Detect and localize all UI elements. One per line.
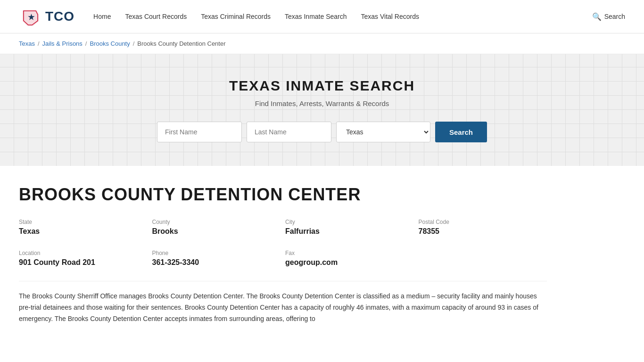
- first-name-input[interactable]: [157, 122, 242, 142]
- postal-label: Postal Code: [419, 219, 547, 225]
- city-value: Falfurrias: [285, 227, 414, 236]
- state-label: State: [19, 219, 148, 225]
- location-label: Location: [19, 250, 148, 256]
- fax-label: Fax: [285, 250, 414, 256]
- logo-text: TCO: [45, 9, 74, 24]
- postal-info: Postal Code 78355: [419, 219, 547, 236]
- hero-section: TEXAS INMATE SEARCH Find Inmates, Arrest…: [0, 54, 644, 166]
- breadcrumb-current: Brooks County Detention Center: [137, 40, 225, 47]
- breadcrumb: Texas / Jails & Prisons / Brooks County …: [0, 33, 644, 54]
- postal-value: 78355: [419, 227, 547, 236]
- breadcrumb-sep-2: /: [85, 40, 87, 47]
- nav-home[interactable]: Home: [93, 12, 111, 21]
- search-label: Search: [604, 13, 625, 20]
- last-name-input[interactable]: [247, 122, 331, 142]
- breadcrumb-sep-3: /: [133, 40, 135, 47]
- site-header: ★ TCO Home Texas Court Records Texas Cri…: [0, 0, 644, 33]
- breadcrumb-jails[interactable]: Jails & Prisons: [42, 40, 83, 47]
- phone-info: Phone 361-325-3340: [152, 250, 281, 267]
- main-nav: Home Texas Court Records Texas Criminal …: [93, 12, 625, 21]
- fax-info: Fax geogroup.com: [285, 250, 414, 267]
- nav-search[interactable]: 🔍 Search: [592, 12, 625, 21]
- facility-info-row2: Location 901 County Road 201 Phone 361-3…: [19, 250, 547, 267]
- phone-label: Phone: [152, 250, 281, 256]
- state-select[interactable]: Texas: [336, 122, 430, 142]
- main-content: BROOKS COUNTY DETENTION CENTER State Tex…: [0, 166, 566, 338]
- breadcrumb-texas[interactable]: Texas: [19, 40, 35, 47]
- breadcrumb-county[interactable]: Brooks County: [90, 40, 130, 47]
- state-value: Texas: [19, 227, 148, 236]
- state-info: State Texas: [19, 219, 148, 236]
- search-button[interactable]: Search: [435, 122, 487, 142]
- logo[interactable]: ★ TCO: [19, 5, 74, 28]
- facility-title: BROOKS COUNTY DETENTION CENTER: [19, 185, 547, 205]
- nav-court-records[interactable]: Texas Court Records: [125, 12, 187, 21]
- facility-description: The Brooks County Sherriff Office manage…: [19, 281, 547, 324]
- facility-info-row1: State Texas County Brooks City Falfurria…: [19, 219, 547, 236]
- search-icon: 🔍: [592, 12, 602, 21]
- svg-text:★: ★: [28, 13, 35, 21]
- nav-inmate-search[interactable]: Texas Inmate Search: [285, 12, 347, 21]
- county-value: Brooks: [152, 227, 281, 236]
- nav-vital-records[interactable]: Texas Vital Records: [361, 12, 419, 21]
- county-info: County Brooks: [152, 219, 281, 236]
- nav-criminal-records[interactable]: Texas Criminal Records: [201, 12, 271, 21]
- city-label: City: [285, 219, 414, 225]
- location-info: Location 901 County Road 201: [19, 250, 148, 267]
- county-label: County: [152, 219, 281, 225]
- hero-title: TEXAS INMATE SEARCH: [19, 78, 625, 94]
- hero-subtitle: Find Inmates, Arrests, Warrants & Record…: [19, 99, 625, 107]
- fax-value: geogroup.com: [285, 258, 414, 267]
- inmate-search-form: Texas Search: [19, 122, 625, 142]
- breadcrumb-sep-1: /: [38, 40, 40, 47]
- phone-value: 361-325-3340: [152, 258, 281, 267]
- location-value: 901 County Road 201: [19, 258, 148, 267]
- city-info: City Falfurrias: [285, 219, 414, 236]
